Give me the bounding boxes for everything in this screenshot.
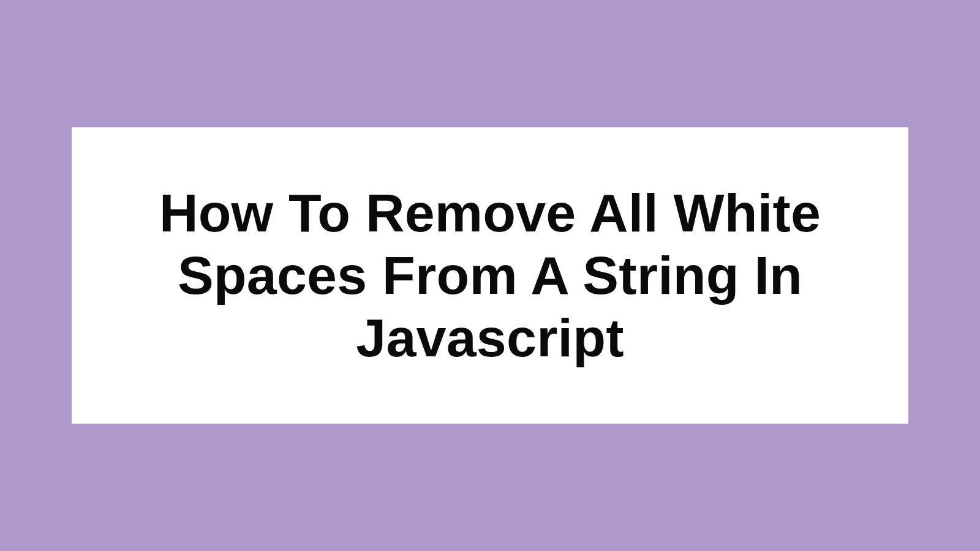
page-background: How To Remove All White Spaces From A St… [0,0,980,551]
title-card: How To Remove All White Spaces From A St… [72,127,908,424]
article-title: How To Remove All White Spaces From A St… [121,182,859,369]
